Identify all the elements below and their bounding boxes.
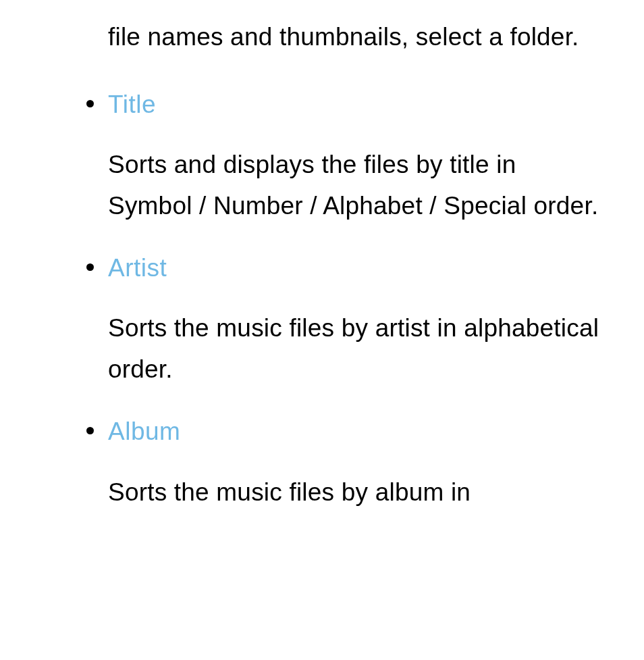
list-item-title: Title Sorts and displays the files by ti…	[76, 88, 606, 226]
document-page: file names and thumbnails, select a fold…	[0, 0, 644, 513]
partial-previous-item: file names and thumbnails, select a fold…	[76, 16, 606, 57]
list-item-body: Sorts and displays the files by title in…	[108, 144, 606, 226]
list-item-artist: Artist Sorts the music files by artist i…	[76, 252, 606, 390]
list-item-heading: Album	[108, 415, 606, 448]
list-item-body: Sorts the music files by album in	[108, 472, 606, 513]
partial-item-body: file names and thumbnails, select a fold…	[76, 16, 606, 57]
list-item-album: Album Sorts the music files by album in	[76, 415, 606, 512]
list-item-heading: Artist	[108, 252, 606, 284]
list-item-heading: Title	[108, 88, 606, 121]
list-item-body: Sorts the music files by artist in alpha…	[108, 307, 606, 390]
sort-options-list: Title Sorts and displays the files by ti…	[76, 88, 606, 513]
